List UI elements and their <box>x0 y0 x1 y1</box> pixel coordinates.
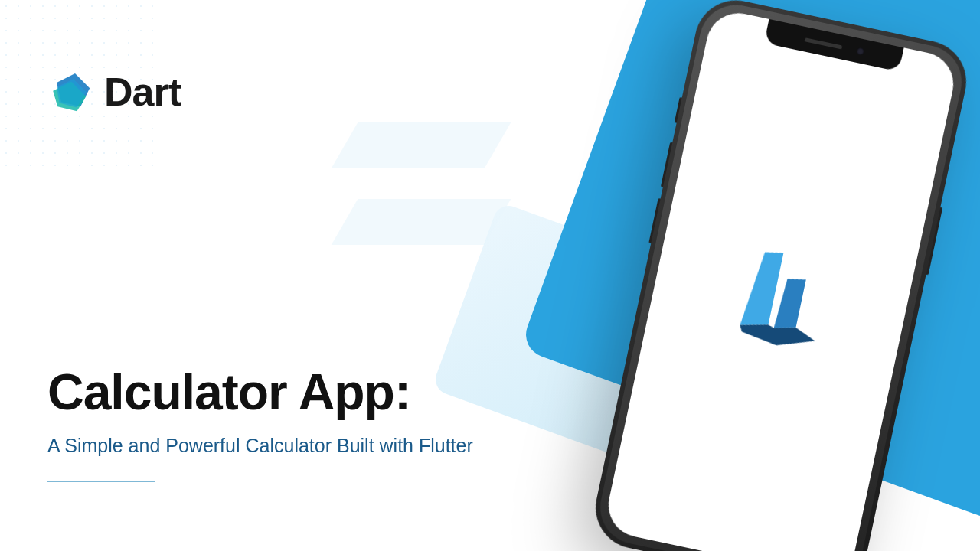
svg-marker-4 <box>774 276 806 333</box>
dart-logo-text: Dart <box>104 69 181 115</box>
title-block: Calculator App: A Simple and Powerful Ca… <box>47 366 473 482</box>
dart-logo-icon <box>47 69 93 115</box>
page-title: Calculator App: <box>47 366 473 419</box>
phone-speaker <box>804 37 842 49</box>
dart-logo: Dart <box>47 69 181 115</box>
app-logo-icon <box>708 220 854 369</box>
title-underline <box>47 481 155 482</box>
page-subtitle: A Simple and Powerful Calculator Built w… <box>47 433 473 458</box>
phone-camera-icon <box>856 47 864 55</box>
